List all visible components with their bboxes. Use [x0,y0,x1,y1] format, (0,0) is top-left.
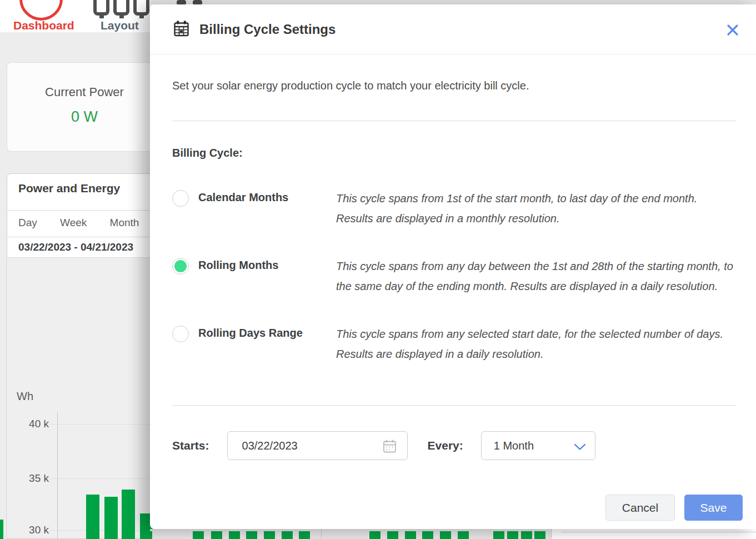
chart-strip-bar [405,531,416,539]
option-description: This cycle spans from 1st of the start m… [336,188,736,228]
billing-cycle-options: Calendar Months This cycle spans from 1s… [172,188,736,364]
chart-bar [86,495,99,539]
option-label: Rolling Days Range [198,324,336,340]
chart-strip-background [150,529,551,539]
chart-strip-bar [229,531,240,539]
option-label: Calendar Months [198,188,336,204]
starts-label: Starts: [172,439,209,452]
chart-strip-bar [299,531,310,539]
chart-strip-border [561,532,756,532]
close-icon[interactable] [725,22,740,38]
modal-title: Billing Cycle Settings [199,22,336,37]
gridline-40k [49,424,151,425]
chart-bar [104,497,118,539]
chevron-down-icon [574,443,586,453]
chart-strip-bar [246,531,257,539]
modal-header: Billing Cycle Settings [150,4,756,54]
dashboard-page: Dashboard Layout Current Power 0 W Power… [0,0,756,539]
nav-icon-fragment [193,0,202,4]
gridline-30k [49,530,151,531]
date-picker-calendar-icon[interactable] [383,440,396,455]
cycle-controls: Starts: 03/22/2023 Every: 1 Month [172,431,595,460]
nav-icon-fragment [177,0,186,4]
chart-strip-bar [422,531,433,539]
chart-bar [122,490,135,539]
chart-bar-fragment [150,531,152,539]
save-button[interactable]: Save [684,495,743,521]
billing-cycle-settings-modal: Billing Cycle Settings Set your solar en… [150,4,756,529]
radio-calendar-months[interactable] [172,190,189,207]
option-description: This cycle spans from any selected start… [336,324,736,364]
modal-footer: Cancel Save [605,495,743,521]
chart-strip-bar [521,531,532,539]
option-description: This cycle spans from any day between th… [336,256,736,296]
chart-strip-bar [387,531,398,539]
modal-backdrop-strip [150,0,756,4]
billing-cycle-section-label: Billing Cycle: [172,147,243,159]
every-dropdown[interactable]: 1 Month [481,431,595,460]
chart-strip-bar [458,531,469,539]
modal-intro-text: Set your solar energy production cycle t… [172,79,734,92]
chart-strip-bar [440,531,451,539]
calendar-icon [174,21,189,39]
option-rolling-months[interactable]: Rolling Months This cycle spans from any… [172,256,736,324]
chart-strip-panel [551,529,756,539]
option-calendar-months[interactable]: Calendar Months This cycle spans from 1s… [172,188,736,256]
option-label: Rolling Months [198,256,336,272]
option-rolling-days-range[interactable]: Rolling Days Range This cycle spans from… [172,324,736,364]
chart-strip-bar [264,531,275,539]
divider [172,405,736,406]
y-tick-label: 40 k [13,418,49,430]
y-tick-label: 30 k [13,524,49,536]
chart-strip-bar [507,531,518,539]
chart-strip-bar [493,531,504,539]
chart-strip-bar [193,531,204,539]
chart-strip-bar [282,531,293,539]
gridline-35k [49,478,151,479]
every-label: Every: [428,439,463,452]
cancel-button[interactable]: Cancel [605,495,675,521]
start-date-input[interactable]: 03/22/2023 [227,431,408,460]
y-tick-label: 35 k [13,472,49,485]
chart-strip-bar [211,531,222,539]
radio-rolling-days-range[interactable] [172,326,189,342]
y-axis-line [57,412,58,539]
chart-strip-bar [369,531,380,539]
chart-strip-gridline [321,529,322,539]
chart-strip-bar [534,531,545,539]
radio-rolling-months[interactable] [172,258,189,275]
start-date-value: 03/22/2023 [228,432,407,460]
divider [172,121,736,121]
chart-bar-fragment [0,520,3,539]
y-axis-unit-label: Wh [17,390,33,403]
